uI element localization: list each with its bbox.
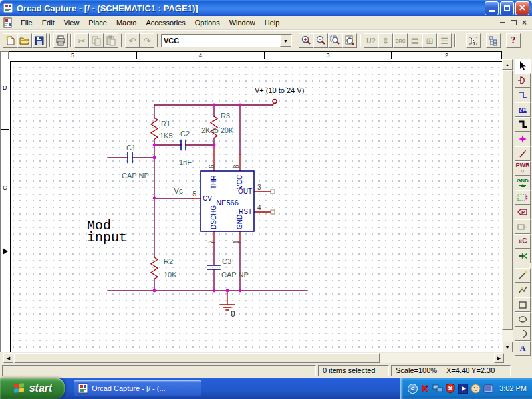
document-icon[interactable] (3, 17, 13, 28)
place-arc-button[interactable] (515, 327, 531, 341)
restore-button[interactable] (500, 1, 514, 15)
zoom-all-icon (344, 35, 355, 46)
menu-macro[interactable]: Macro (112, 17, 142, 29)
place-polyline-button[interactable] (515, 283, 531, 297)
place-rectangle-icon (517, 299, 528, 310)
mdi-restore-icon[interactable] (511, 20, 517, 25)
r1-value: 1K5 (160, 132, 173, 140)
vertical-scroll-thumb[interactable] (502, 70, 513, 330)
print-button[interactable] (53, 33, 68, 48)
place-ellipse-button[interactable] (515, 312, 531, 327)
place-bus-entry-icon (517, 148, 528, 159)
place-power-button[interactable]: PWR○ (515, 161, 531, 176)
place-wire-button[interactable] (515, 88, 531, 102)
combo-dropdown-arrow[interactable]: ▼ (280, 35, 291, 47)
menu-help[interactable]: Help (260, 17, 285, 29)
design-rules-check-button[interactable]: DRC (393, 33, 408, 48)
select-tool-button[interactable] (515, 59, 531, 73)
help-button[interactable]: ? (506, 33, 521, 48)
minimize-button[interactable] (485, 1, 499, 15)
place-text-button[interactable]: A (515, 341, 531, 356)
project-manager-button[interactable] (486, 33, 501, 48)
hide-icons-chevron[interactable]: < (408, 384, 418, 394)
place-off-page-connector-button[interactable]: «C (515, 234, 531, 249)
taskbar: start Orcad Capture - [/ - (... < K (0, 378, 532, 399)
close-button[interactable]: ✕ (515, 1, 529, 15)
place-part-button[interactable] (515, 73, 531, 88)
kaspersky-tray-icon[interactable]: K (420, 383, 430, 394)
menu-file[interactable]: File (16, 17, 37, 29)
place-bus-button[interactable] (515, 117, 531, 132)
place-bus-entry-button[interactable] (515, 146, 531, 161)
capacitor-c2 (181, 140, 186, 150)
schematic-drawing[interactable]: R1 1K5 C2 1nF C1 CAP NP R3 2K to 20K R2 … (9, 59, 502, 352)
save-document-button[interactable] (32, 33, 47, 48)
power-terminal (273, 100, 277, 104)
scroll-up-button[interactable]: ▲ (502, 59, 513, 70)
new-document-button[interactable] (3, 33, 17, 48)
cross-reference-button[interactable]: ⊞ (422, 33, 437, 48)
scroll-right-button[interactable]: ▶ (494, 353, 504, 363)
menu-edit[interactable]: Edit (37, 17, 59, 29)
messenger-tray-icon[interactable] (470, 383, 481, 394)
bill-of-materials-button[interactable]: ☰ (437, 33, 452, 48)
place-rectangle-button[interactable] (515, 297, 531, 312)
place-net-alias-button[interactable]: N1 (515, 102, 531, 117)
vertical-scrollbar[interactable]: ▲ ▼ (502, 59, 513, 352)
net-alias-icon: N1 (519, 106, 527, 113)
zoom-all-button[interactable] (342, 33, 357, 48)
snap-to-grid-button[interactable] (466, 33, 481, 48)
start-label: start (29, 382, 53, 394)
start-button[interactable]: start (0, 378, 65, 399)
place-part-icon (517, 75, 528, 86)
annotate-button[interactable]: U? (364, 33, 378, 48)
place-junction-button[interactable] (515, 132, 531, 146)
media-player-tray-icon[interactable] (458, 383, 468, 394)
place-hierarchical-block-button[interactable] (515, 190, 531, 205)
ruler-zone-3: 3 (265, 52, 392, 59)
part-search-combo[interactable]: ▼ (161, 34, 292, 47)
cut-button[interactable]: ✂ (74, 33, 89, 48)
paste-button[interactable] (104, 33, 118, 48)
taskbar-window-button[interactable]: Orcad Capture - [/ - (... (74, 380, 201, 396)
menu-accessories[interactable]: Accessories (141, 17, 190, 29)
place-line-button[interactable] (515, 268, 531, 283)
update-properties-button[interactable]: ⇕ (378, 33, 393, 48)
mdi-minimize-icon[interactable] (500, 22, 505, 23)
open-folder-icon (19, 35, 30, 46)
annotations[interactable]: V+ (10 to 24 V) Mod input 0 (87, 86, 304, 319)
copy-button[interactable] (89, 33, 104, 48)
tool-palette: N1 PWR○ GND (515, 59, 531, 356)
place-no-connect-button[interactable] (515, 249, 531, 263)
scroll-left-button[interactable]: ◀ (3, 353, 13, 363)
undo-button[interactable]: ↶ (125, 33, 140, 48)
ruler-zone-2: 2 (392, 52, 501, 59)
horizontal-scrollbar[interactable]: ◀ ▶ (3, 353, 504, 363)
network-tray-icon[interactable] (432, 383, 443, 394)
ruler-zone-5: 5 (9, 52, 137, 59)
zoom-area-button[interactable] (328, 33, 342, 48)
menu-view[interactable]: View (59, 17, 84, 29)
create-netlist-button[interactable]: ▤ (408, 33, 422, 48)
display-settings-tray-icon[interactable] (483, 383, 493, 394)
horizontal-scroll-thumb[interactable] (14, 353, 380, 363)
open-document-button[interactable] (17, 33, 32, 48)
schematic-canvas[interactable]: R1 1K5 C2 1nF C1 CAP NP R3 2K to 20K R2 … (9, 59, 502, 352)
bom-icon: ☰ (440, 36, 448, 46)
zoom-in-button[interactable] (299, 33, 313, 48)
place-ground-button[interactable]: GND (515, 176, 531, 190)
scroll-down-button[interactable]: ▼ (502, 342, 513, 352)
mdi-close-icon[interactable]: × (522, 19, 527, 26)
menu-place[interactable]: Place (84, 17, 112, 29)
redo-button[interactable]: ↷ (140, 33, 154, 48)
place-hierarchical-pin-button[interactable] (515, 219, 531, 234)
taskbar-clock[interactable]: 3:02 PM (499, 384, 527, 392)
project-manager-icon (488, 35, 499, 46)
menu-window[interactable]: Window (225, 17, 260, 29)
part-search-input[interactable] (162, 35, 280, 47)
place-ellipse-icon (517, 314, 528, 325)
menu-options[interactable]: Options (190, 17, 225, 29)
place-hierarchical-port-button[interactable]: P (515, 205, 531, 219)
zoom-out-button[interactable] (313, 33, 328, 48)
security-alert-tray-icon[interactable] (445, 383, 456, 394)
